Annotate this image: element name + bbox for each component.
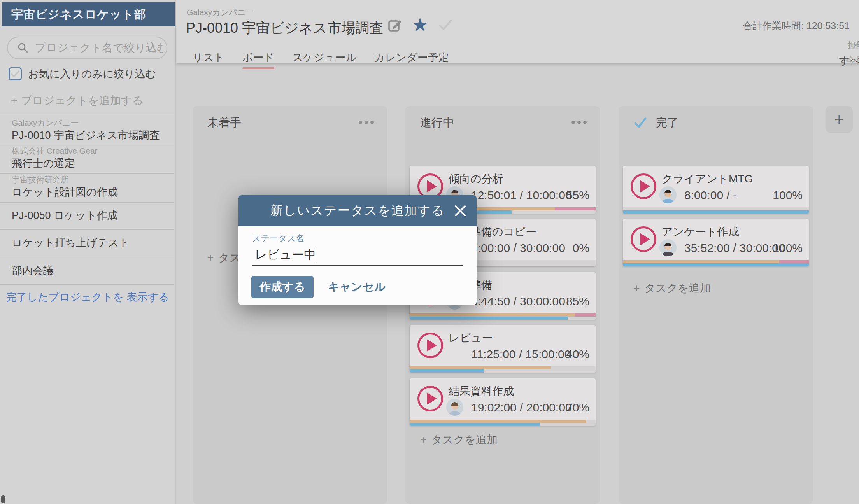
page-title: PJ-0010 宇宙ビジネス市場調査 xyxy=(186,19,383,38)
column-title: 進行中 xyxy=(420,115,454,131)
task-time: 35:52:00 / 30:00:00 xyxy=(684,242,785,255)
add-status-dialog: 新しいステータスを追加する ステータス名 レビュー中 作成する キャンセル xyxy=(238,195,477,305)
column-menu-icon[interactable] xyxy=(359,121,374,124)
view-tabs: リスト ボード スケジュール カレンダー予定 xyxy=(192,51,449,72)
text-caret xyxy=(317,247,317,262)
board-column-in-progress: 進行中 +タスクを追加 傾向の分析 12:50:01 / 10:00:00 55… xyxy=(405,106,600,504)
company-label: Galaxyカンパニー xyxy=(187,7,254,18)
play-button[interactable] xyxy=(417,332,443,358)
sidebar-item-project[interactable]: PJ-0010 宇宙ビジネス市場調査 xyxy=(12,128,169,142)
avatar xyxy=(446,399,463,416)
project-group-label: 株式会社 Creative Gear xyxy=(12,145,98,156)
status-name-input[interactable]: レビュー中 xyxy=(255,247,317,263)
task-time: 3:44:50 / 30:00:00 xyxy=(471,295,565,308)
progress-bars xyxy=(623,207,809,214)
complete-check-icon[interactable] xyxy=(438,18,453,32)
sidebar-item-project[interactable]: 飛行士の選定 xyxy=(12,156,169,170)
task-title: 傾向の分析 xyxy=(449,172,503,186)
add-column-button[interactable]: + xyxy=(826,106,853,133)
play-button[interactable] xyxy=(417,386,443,411)
play-button[interactable] xyxy=(631,226,656,252)
task-time: 11:25:00 / 15:00:00 xyxy=(471,348,571,361)
task-title: レビュー xyxy=(449,331,493,345)
sidebar-item-project[interactable]: ロケット設計図の作成 xyxy=(12,185,169,199)
due-option-today[interactable]: 今日 xyxy=(845,54,859,68)
task-percent: 100% xyxy=(773,189,803,202)
total-work-time: 合計作業時間: 120:53:51 xyxy=(743,19,850,32)
progress-bars xyxy=(410,313,596,320)
sidebar-item-project[interactable]: ロケット打ち上げテスト xyxy=(12,236,169,250)
scrollbar-thumb[interactable] xyxy=(1,495,5,503)
plus-icon: + xyxy=(11,94,17,107)
divider xyxy=(0,202,174,203)
favorites-checkbox[interactable] xyxy=(9,67,22,80)
task-time: 0:00:00 / 30:00:00 xyxy=(471,242,565,255)
task-percent: 55% xyxy=(566,189,589,202)
dialog-header: 新しいステータスを追加する xyxy=(238,195,477,226)
divider xyxy=(0,145,174,145)
tab-board[interactable]: ボード xyxy=(242,51,274,72)
task-percent: 0% xyxy=(573,242,589,255)
column-menu-icon[interactable] xyxy=(571,121,587,124)
tab-schedule[interactable]: スケジュール xyxy=(292,51,356,72)
plus-icon: + xyxy=(633,282,640,294)
input-underline xyxy=(252,265,463,266)
task-title: アンケート作成 xyxy=(662,224,739,239)
divider xyxy=(0,114,174,114)
due-filter-label: 〆切日 xyxy=(756,40,859,51)
task-card[interactable]: レビュー 11:25:00 / 15:00:00 40% xyxy=(410,325,596,373)
project-group-label: Galaxyカンパニー xyxy=(12,117,79,128)
plus-icon: + xyxy=(207,252,214,264)
avatar xyxy=(659,186,677,203)
project-group-label: 宇宙技術研究所 xyxy=(12,174,69,185)
check-icon xyxy=(10,69,20,79)
edit-icon[interactable] xyxy=(387,18,402,32)
add-task-button[interactable]: +タスクを追加 xyxy=(420,432,498,447)
close-icon[interactable] xyxy=(453,204,467,218)
add-task-label: タスクを追加 xyxy=(644,282,711,294)
task-card[interactable]: アンケート作成 35:52:00 / 30:00:00 100% xyxy=(623,219,809,266)
divider xyxy=(0,284,174,285)
search-icon xyxy=(17,42,29,54)
favorite-star-icon[interactable]: ★ xyxy=(412,16,428,34)
add-task-label: タスクを追加 xyxy=(431,434,498,446)
project-search[interactable] xyxy=(7,37,167,59)
divider xyxy=(0,229,174,230)
divider xyxy=(0,173,174,174)
play-button[interactable] xyxy=(631,173,656,199)
board-column-done: 完了 +タスクを追加 クライアントMTG 8:00:00 / - 100% アン… xyxy=(619,106,813,504)
avatar xyxy=(659,239,677,256)
due-date-filter: 〆切日 今日 3日以内 1週間以内 xyxy=(756,40,859,68)
status-name-label: ステータス名 xyxy=(252,233,304,244)
tab-list[interactable]: リスト xyxy=(192,51,224,72)
sidebar-item-project[interactable]: 部内会議 xyxy=(12,264,169,278)
create-button[interactable]: 作成する xyxy=(251,276,314,298)
progress-bars xyxy=(410,420,596,426)
task-card[interactable]: 結果資料作成 19:02:00 / 20:00:00 70% xyxy=(410,378,596,426)
task-percent: 85% xyxy=(566,295,589,308)
dialog-title: 新しいステータスを追加する xyxy=(270,202,445,219)
add-task-button[interactable]: +タスクを追加 xyxy=(633,281,711,296)
favorites-filter[interactable]: お気に入りのみに絞り込む xyxy=(9,67,156,81)
task-time: 19:02:00 / 20:00:00 xyxy=(471,401,572,414)
task-card[interactable]: クライアントMTG 8:00:00 / - 100% xyxy=(623,166,809,214)
cancel-button[interactable]: キャンセル xyxy=(328,276,386,298)
show-completed-projects-link[interactable]: 完了したプロジェクトを 表示する xyxy=(0,290,175,304)
task-percent: 40% xyxy=(566,348,589,361)
task-title: 結果資料作成 xyxy=(449,384,514,399)
add-project-button[interactable]: +プロジェクトを追加する xyxy=(11,93,143,108)
task-title: クライアントMTG xyxy=(662,172,753,186)
tab-calendar[interactable]: カレンダー予定 xyxy=(374,51,449,72)
column-title: 完了 xyxy=(656,115,678,131)
sidebar: 宇宙ビジネスロケット部 お気に入りのみに絞り込む +プロジェクトを追加する Ga… xyxy=(0,0,176,504)
task-time: 8:00:00 / - xyxy=(684,189,737,202)
task-percent: 100% xyxy=(773,242,803,255)
sidebar-item-project[interactable]: PJ-0050 ロケット作成 xyxy=(12,208,169,222)
project-header: Galaxyカンパニー PJ-0010 宇宙ビジネス市場調査 ★ 合計作業時間:… xyxy=(176,0,859,63)
board-column-todo: 未着手 +タスクを追加 xyxy=(193,106,387,504)
project-search-input[interactable] xyxy=(34,41,164,54)
divider xyxy=(0,256,174,256)
progress-bars xyxy=(623,260,809,266)
favorites-filter-label: お気に入りのみに絞り込む xyxy=(28,67,156,81)
team-header: 宇宙ビジネスロケット部 xyxy=(2,2,175,26)
